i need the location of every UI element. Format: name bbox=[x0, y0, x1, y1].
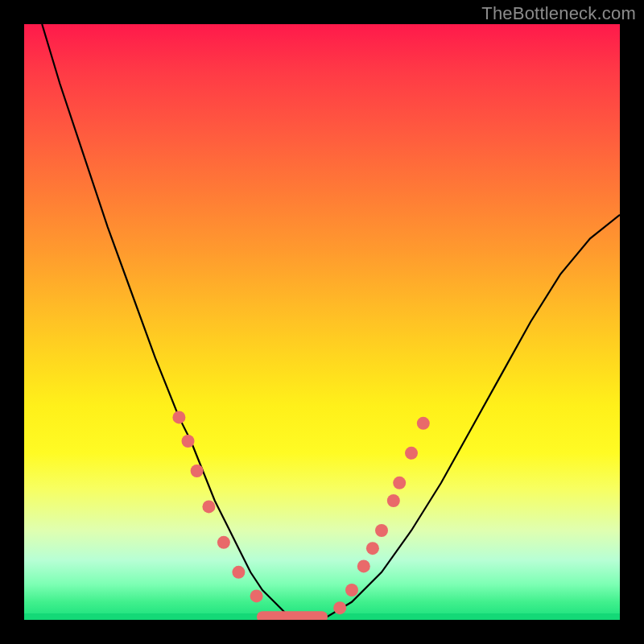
marker-dot bbox=[217, 536, 230, 549]
marker-dot bbox=[333, 601, 346, 614]
marker-dot bbox=[393, 477, 406, 489]
marker-dot bbox=[202, 500, 215, 513]
marker-dot bbox=[191, 464, 204, 477]
watermark-text: TheBottleneck.com bbox=[481, 3, 636, 24]
chart-frame: TheBottleneck.com bbox=[0, 0, 644, 644]
marker-dot bbox=[250, 589, 263, 602]
marker-dot bbox=[405, 447, 418, 460]
curve-layer bbox=[24, 24, 620, 620]
marker-dot bbox=[182, 435, 195, 448]
marker-dot bbox=[172, 411, 185, 423]
bottleneck-curve bbox=[42, 24, 620, 620]
marker-dot bbox=[417, 417, 430, 430]
marker-dot bbox=[387, 494, 400, 507]
marker-dot bbox=[375, 524, 388, 537]
marker-group-right bbox=[333, 417, 430, 614]
plot-area bbox=[24, 24, 620, 620]
marker-dot bbox=[357, 559, 370, 572]
marker-dot bbox=[232, 566, 245, 579]
marker-dot bbox=[345, 584, 358, 597]
marker-dot bbox=[366, 542, 379, 555]
